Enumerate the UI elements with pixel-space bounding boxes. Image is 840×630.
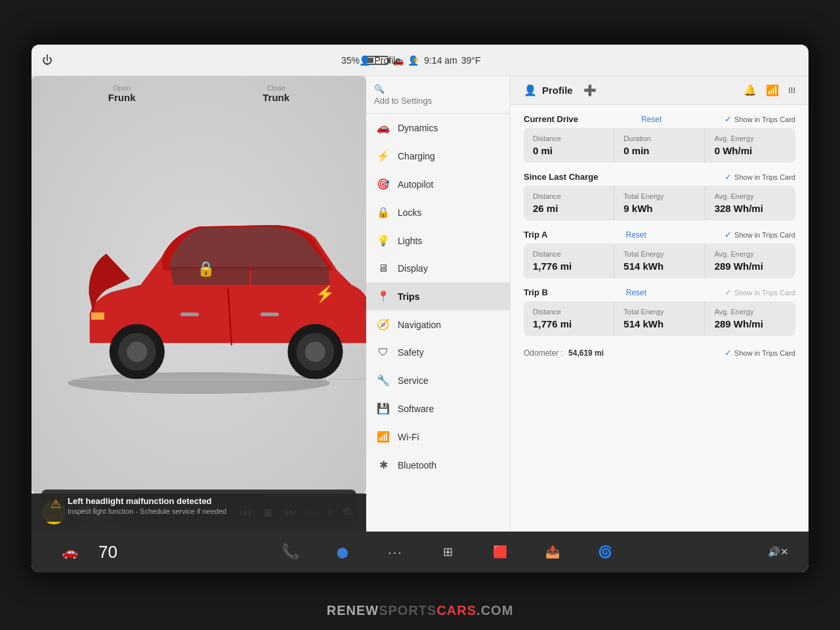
current-drive-duration-cell: Duration 0 min xyxy=(614,128,705,163)
warning-title: Left headlight malfunction detected xyxy=(68,496,226,506)
current-drive-duration-value: 0 min xyxy=(623,145,695,156)
trip-b-distance-label: Distance xyxy=(533,308,604,316)
trip-b-title: Trip B xyxy=(524,287,548,297)
since-last-charge-show-trips: ✓ Show in Trips Card xyxy=(724,172,795,182)
profile-person-icon: 👤 xyxy=(524,84,537,96)
settings-label-display: Display xyxy=(398,263,428,274)
current-drive-energy-label: Avg. Energy xyxy=(715,135,786,142)
frunk-button[interactable]: Open Frunk xyxy=(108,84,136,103)
current-drive-checkmark: ✓ xyxy=(724,114,732,124)
taskbar-more-button[interactable]: ··· xyxy=(377,545,413,560)
trip-b-data-row: Distance 1,776 mi Total Energy 514 kWh A… xyxy=(524,301,795,336)
since-charge-avg-energy-value: 328 Wh/mi xyxy=(715,203,786,214)
odometer-row: Odometer : 54,619 mi ✓ Show in Trips Car… xyxy=(524,345,795,358)
trip-b-header: Trip B Reset ✓ Show in Trips Card xyxy=(524,287,795,297)
current-drive-energy-cell: Avg. Energy 0 Wh/mi xyxy=(705,128,795,163)
taskbar-right: 🔊✕ xyxy=(768,546,789,558)
settings-item-service[interactable]: 🔧 Service xyxy=(366,366,510,394)
trip-a-show-trips: ✓ Show in Trips Card xyxy=(724,230,795,240)
trip-b-trips-label: Show in Trips Card xyxy=(734,289,795,297)
svg-rect-10 xyxy=(365,312,366,321)
settings-item-display[interactable]: 🖥 Display xyxy=(366,255,510,282)
settings-label-service: Service xyxy=(398,375,429,386)
bars-icon[interactable]: III xyxy=(788,85,795,95)
settings-item-charging[interactable]: ⚡ Charging xyxy=(366,142,510,170)
profile-add-icon[interactable]: ➕ xyxy=(583,84,597,96)
car-image-area: 🔒 ⚡ xyxy=(32,76,366,494)
volume-icon[interactable]: 🔊✕ xyxy=(768,546,789,558)
settings-label-autopilot: Autopilot xyxy=(398,179,433,190)
trip-b-avg-energy-cell: Avg. Energy 289 Wh/mi xyxy=(705,301,795,336)
current-drive-reset[interactable]: Reset xyxy=(641,115,662,124)
settings-label-dynamics: Dynamics xyxy=(398,123,438,133)
since-charge-avg-energy-label: Avg. Energy xyxy=(715,192,786,200)
settings-search-input[interactable] xyxy=(374,96,502,106)
taskbar: 🚗 70 📞 ⬤ ··· ⊞ 🟥 📤 🌀 🔊✕ xyxy=(32,532,808,572)
taskbar-phone-button[interactable]: 📞 xyxy=(272,543,308,560)
bell-icon[interactable]: 🔔 xyxy=(744,84,757,96)
settings-item-lights[interactable]: 💡 Lights xyxy=(366,226,510,255)
taskbar-share-button[interactable]: 📤 xyxy=(534,545,571,559)
current-drive-distance-label: Distance xyxy=(533,135,604,142)
current-drive-trips-label: Show in Trips Card xyxy=(734,116,795,123)
watermark-renew: RENEW xyxy=(327,603,379,618)
since-last-charge-checkmark: ✓ xyxy=(724,172,732,182)
settings-item-trips[interactable]: 📍 Trips xyxy=(366,282,510,310)
warning-notification: ⚠ Left headlight malfunction detected In… xyxy=(41,490,356,522)
odometer-label: Odometer : xyxy=(524,348,563,358)
current-drive-section: Current Drive Reset ✓ Show in Trips Card… xyxy=(524,114,795,163)
right-panel: 🔍 🚗 Dynamics ⚡ Charging 🎯 Autopilot 🔒 Lo… xyxy=(366,76,808,532)
profile-section[interactable]: 👤 Profile xyxy=(359,55,400,66)
settings-search-bar[interactable]: 🔍 xyxy=(366,76,510,114)
trip-b-total-energy-label: Total Energy xyxy=(623,308,695,316)
since-last-charge-title: Since Last Charge xyxy=(524,172,598,182)
svg-point-6 xyxy=(305,341,326,362)
settings-icon-autopilot: 🎯 xyxy=(377,178,390,190)
odometer-value: 54,619 mi xyxy=(568,348,604,358)
time-section: ☀ 9:14 am 39°F xyxy=(411,54,480,66)
warning-subtitle: Inspect light function - Schedule servic… xyxy=(68,507,226,515)
trunk-action-label: Close xyxy=(262,84,289,92)
settings-item-dynamics[interactable]: 🚗 Dynamics xyxy=(366,114,510,142)
settings-item-autopilot[interactable]: 🎯 Autopilot xyxy=(366,170,510,198)
status-bar: ⏻ 35% 🚗 👤 👤 Profile ☀ 9:14 am xyxy=(32,45,808,76)
settings-item-locks[interactable]: 🔒 Locks xyxy=(366,198,510,226)
settings-item-navigation[interactable]: 🧭 Navigation xyxy=(366,310,510,339)
since-last-charge-header: Since Last Charge ✓ Show in Trips Card xyxy=(524,172,795,182)
lock-icon-svg: 🔒 xyxy=(197,260,215,278)
since-charge-distance-value: 26 mi xyxy=(533,203,604,214)
odometer-trips-label: Show in Trips Card xyxy=(734,349,795,357)
trunk-label: Trunk xyxy=(262,92,289,103)
settings-item-software[interactable]: 💾 Software xyxy=(366,394,510,423)
trip-b-reset[interactable]: Reset xyxy=(626,288,646,297)
wifi-header-icon[interactable]: 📶 xyxy=(766,84,779,96)
trip-b-total-energy-cell: Total Energy 514 kWh xyxy=(614,301,705,336)
trip-a-total-energy-cell: Total Energy 514 kWh xyxy=(614,243,705,278)
settings-item-safety[interactable]: 🛡 Safety xyxy=(366,339,510,366)
current-drive-distance-cell: Distance 0 mi xyxy=(524,128,614,163)
settings-icon-locks: 🔒 xyxy=(377,206,390,219)
trip-a-title: Trip A xyxy=(524,230,547,240)
taskbar-car-icon[interactable]: 🚗 xyxy=(51,532,88,572)
settings-icon-bluetooth: ✱ xyxy=(377,459,390,471)
settings-item-wi-fi[interactable]: 📶 Wi-Fi xyxy=(366,423,510,451)
settings-label-lights: Lights xyxy=(398,236,422,246)
settings-item-bluetooth[interactable]: ✱ Bluetooth xyxy=(366,451,510,479)
warning-text: Left headlight malfunction detected Insp… xyxy=(68,496,226,515)
trip-a-reset[interactable]: Reset xyxy=(626,230,646,240)
settings-sidebar: 🔍 🚗 Dynamics ⚡ Charging 🎯 Autopilot 🔒 Lo… xyxy=(366,76,511,532)
taskbar-dot-button[interactable]: ⬤ xyxy=(324,546,361,558)
settings-icon-wi-fi: 📶 xyxy=(377,430,390,443)
frunk-label: Frunk xyxy=(108,92,136,103)
trip-a-header: Trip A Reset ✓ Show in Trips Card xyxy=(524,230,795,240)
taskbar-app-button[interactable]: 🟥 xyxy=(482,545,518,559)
taskbar-speed: 70 xyxy=(98,542,117,562)
taskbar-fan-button[interactable]: 🌀 xyxy=(587,545,623,559)
trip-a-distance-cell: Distance 1,776 mi xyxy=(524,243,614,278)
taskbar-grid-button[interactable]: ⊞ xyxy=(429,545,466,559)
trip-a-trips-label: Show in Trips Card xyxy=(734,231,795,239)
trip-a-avg-energy-value: 289 Wh/mi xyxy=(715,261,786,272)
settings-label-safety: Safety xyxy=(398,347,424,358)
trunk-button[interactable]: Close Trunk xyxy=(262,84,289,103)
screen-frame: ⏻ 35% 🚗 👤 👤 Profile ☀ 9:14 am xyxy=(26,39,814,578)
